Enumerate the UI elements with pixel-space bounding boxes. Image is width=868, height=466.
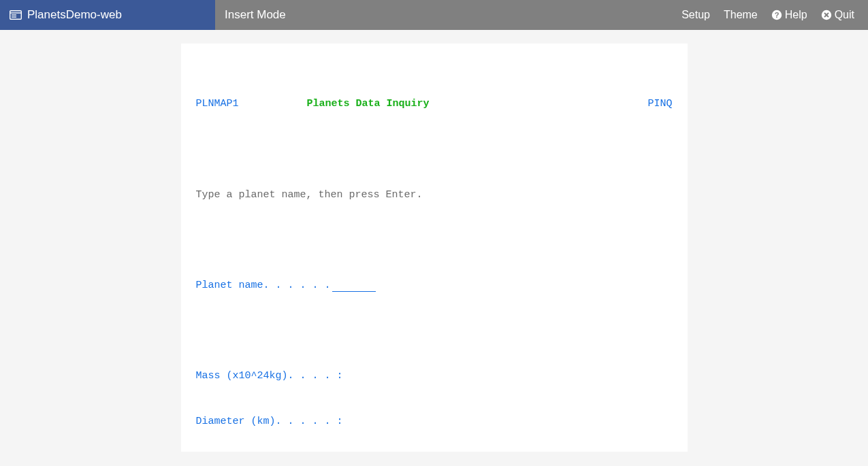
screen-code: PINQ xyxy=(647,97,672,112)
planet-name-input[interactable] xyxy=(332,280,376,292)
mode-indicator: Insert Mode xyxy=(215,0,295,30)
instruction-text: Type a planet name, then press Enter. xyxy=(196,188,673,203)
close-icon xyxy=(821,10,832,20)
app-title: PlanetsDemo-web xyxy=(27,8,122,22)
field-mass: Mass (x10^24kg). . . . : xyxy=(196,369,673,384)
help-icon: ? xyxy=(771,10,782,20)
help-label: Help xyxy=(785,9,807,21)
planet-name-label: Planet name. . . . . . xyxy=(196,278,331,293)
screen-id: PLNMAP1 xyxy=(196,97,239,112)
screen-title: Planets Data Inquiry xyxy=(239,97,648,112)
app-title-section: PlanetsDemo-web xyxy=(0,0,215,30)
field-diameter: Diameter (km). . . . . : xyxy=(196,414,673,429)
help-button[interactable]: ? Help xyxy=(765,0,814,30)
terminal-header: PLNMAP1 Planets Data Inquiry PINQ xyxy=(196,97,673,112)
quit-button[interactable]: Quit xyxy=(814,0,861,30)
quit-label: Quit xyxy=(835,9,854,21)
setup-button[interactable]: Setup xyxy=(675,0,717,30)
top-bar: PlanetsDemo-web Insert Mode Setup Theme … xyxy=(0,0,868,30)
terminal-screen[interactable]: PLNMAP1 Planets Data Inquiry PINQ Type a… xyxy=(181,44,688,452)
theme-label: Theme xyxy=(724,9,758,21)
topbar-actions: Setup Theme ? Help Quit xyxy=(675,0,868,30)
svg-text:?: ? xyxy=(774,11,779,19)
planet-name-row: Planet name. . . . . . xyxy=(196,278,673,293)
theme-button[interactable]: Theme xyxy=(717,0,765,30)
terminal-icon xyxy=(10,10,22,20)
setup-label: Setup xyxy=(681,9,710,21)
main-area: PLNMAP1 Planets Data Inquiry PINQ Type a… xyxy=(0,30,868,452)
